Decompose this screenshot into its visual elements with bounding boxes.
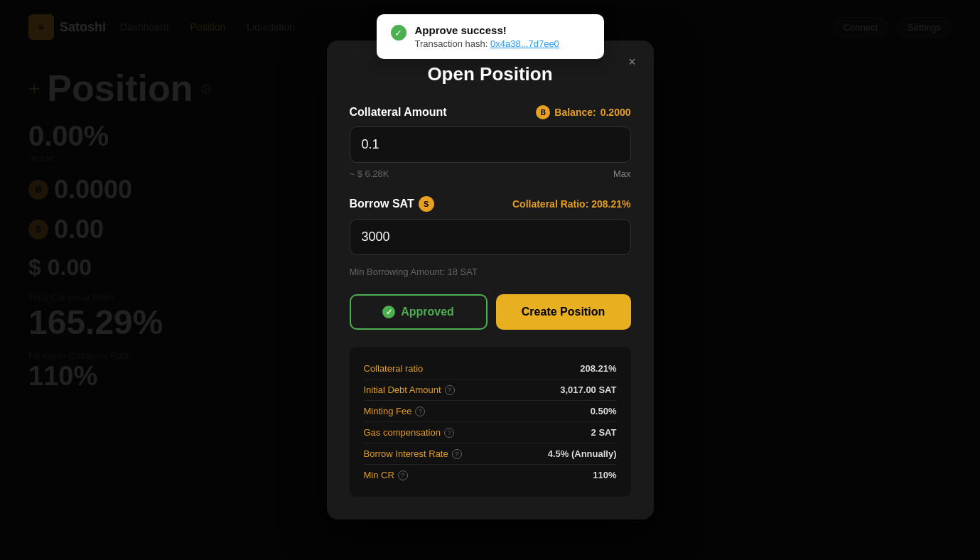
bitcoin-icon: B [536,105,550,119]
action-buttons: ✓ Approved Create Position [350,294,631,330]
collateral-hint: ~ $ 6.28K Max [350,168,631,179]
toast-notification: ✓ Approve success! Transaction hash: 0x4… [377,14,604,59]
info-key-minting-fee: Minting Fee ? [364,406,426,416]
toast-body: Transaction hash: 0x4a38...7d7ee0 [415,38,559,49]
modal-close-button[interactable]: × [623,52,642,72]
info-val-min-cr: 110% [593,470,616,480]
info-row-min-cr: Min CR ? 110% [364,465,617,485]
info-row-minting-fee: Minting Fee ? 0.50% [364,401,617,422]
min-borrow-hint: Min Borrowing Amount: 18 SAT [350,266,631,277]
collateral-ratio-display: Collateral Ratio: 208.21% [512,198,631,210]
toast-title: Approve success! [415,24,559,36]
toast-content: Approve success! Transaction hash: 0x4a3… [415,24,559,49]
create-position-button[interactable]: Create Position [496,294,631,330]
balance-label: Balance: [554,107,596,118]
borrow-label: Borrow SAT S [350,196,434,212]
approved-label: Approved [401,306,454,318]
info-val-gas: 2 SAT [591,427,617,438]
balance-badge: B Balance: 0.2000 [536,105,630,119]
collateral-label: Collateral Amount [350,106,447,119]
info-val-initial-debt: 3,017.00 SAT [560,384,616,395]
collateral-ratio-value: 208.21% [591,198,630,210]
help-icon-minting: ? [415,406,425,416]
max-button[interactable]: Max [613,168,631,179]
info-key-initial-debt: Initial Debt Amount ? [364,384,455,395]
help-icon-debt: ? [445,385,455,395]
info-key-collateral-ratio: Collateral ratio [364,363,424,374]
balance-value: 0.2000 [601,107,631,118]
info-row-borrow-rate: Borrow Interest Rate ? 4.5% (Annually) [364,443,617,465]
borrow-section-header: Borrow SAT S Collateral Ratio: 208.21% [350,196,631,212]
info-val-collateral-ratio: 208.21% [580,363,616,374]
collateral-section-header: Collateral Amount B Balance: 0.2000 [350,105,631,119]
info-key-borrow-rate: Borrow Interest Rate ? [364,448,462,459]
borrow-input[interactable] [350,219,631,255]
approved-check-icon: ✓ [382,306,395,318]
info-row-gas: Gas compensation ? 2 SAT [364,422,617,443]
toast-hash-link[interactable]: 0x4a38...7d7ee0 [490,38,559,49]
info-val-borrow-rate: 4.5% (Annually) [548,448,617,459]
info-table: Collateral ratio 208.21% Initial Debt Am… [350,347,631,497]
help-icon-gas: ? [444,428,454,438]
sat-icon: S [419,196,434,212]
help-icon-borrow-rate: ? [452,449,462,459]
info-key-min-cr: Min CR ? [364,470,408,480]
info-row-initial-debt: Initial Debt Amount ? 3,017.00 SAT [364,379,617,401]
modal-title: Open Position [350,63,631,85]
usd-approx: ~ $ 6.28K [350,168,389,179]
info-val-minting-fee: 0.50% [591,406,617,416]
info-row-collateral-ratio: Collateral ratio 208.21% [364,358,617,379]
toast-check-icon: ✓ [391,25,406,41]
help-icon-min-cr: ? [398,470,408,480]
collateral-input[interactable] [350,126,631,163]
modal-backdrop: × Open Position Collateral Amount B Bala… [0,0,980,560]
info-key-gas: Gas compensation ? [364,427,454,438]
open-position-modal: × Open Position Collateral Amount B Bala… [327,41,654,519]
approved-button[interactable]: ✓ Approved [350,294,488,330]
